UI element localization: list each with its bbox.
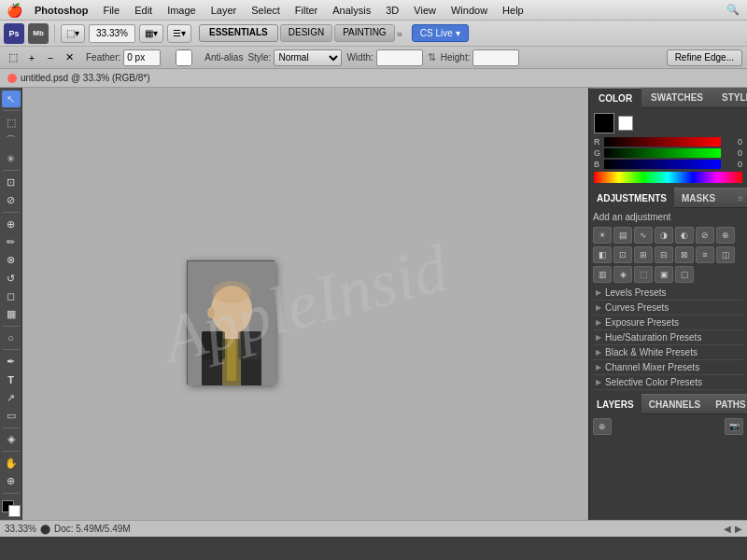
file-menu[interactable]: File — [96, 3, 126, 18]
huesat-presets-item[interactable]: ▶ Hue/Saturation Presets — [593, 330, 743, 345]
layers-camera-icon[interactable]: 📷 — [725, 418, 743, 435]
background-color[interactable] — [8, 505, 21, 517]
selective-color-btn[interactable]: ◈ — [613, 266, 632, 283]
crop-tool[interactable]: ⊡ — [2, 174, 21, 190]
extra-btn[interactable]: ☰▾ — [167, 24, 191, 43]
brightness-contrast-btn[interactable]: ☀ — [593, 227, 612, 244]
image-menu[interactable]: Image — [161, 3, 203, 18]
channel-mixer-btn[interactable]: ⊞ — [634, 246, 653, 263]
canvas-document[interactable] — [187, 260, 275, 385]
clone-stamp-tool[interactable]: ⊗ — [2, 252, 21, 269]
next-btn[interactable]: ▶ — [735, 524, 742, 534]
extra-adj-btn[interactable]: ⬚ — [634, 266, 653, 283]
edit-menu[interactable]: Edit — [128, 3, 159, 18]
levels-presets-item[interactable]: ▶ Levels Presets — [593, 286, 743, 301]
view-options-btn[interactable]: ▦▾ — [139, 24, 163, 43]
vibrance-btn[interactable]: ◐ — [675, 227, 694, 244]
gradient-map-btn[interactable]: ▥ — [593, 266, 612, 283]
arrange-btn[interactable]: ⬚▾ — [61, 24, 85, 43]
brush-tool[interactable]: ✏ — [2, 233, 21, 250]
intersect-selection-btn[interactable]: ✕ — [61, 49, 78, 66]
width-input[interactable] — [376, 49, 423, 66]
layers-icon-1[interactable]: ⊕ — [593, 418, 612, 435]
adj-panel-menu[interactable]: ≡ — [738, 193, 747, 203]
prev-btn[interactable]: ◀ — [724, 524, 731, 534]
move-tool[interactable]: ↖ — [2, 91, 21, 107]
app-name-menu[interactable]: Photoshop — [28, 3, 94, 18]
workspace-essentials[interactable]: ESSENTIALS — [199, 24, 278, 42]
photo-filter-btn[interactable]: ⊡ — [613, 246, 632, 263]
view-menu[interactable]: View — [407, 3, 443, 18]
color-tab[interactable]: COLOR — [589, 88, 641, 108]
threshold-btn[interactable]: ◫ — [716, 246, 735, 263]
workspace-more[interactable]: » — [397, 28, 402, 39]
color-spectrum[interactable] — [594, 172, 742, 183]
layers-camera-btn[interactable]: 📷 — [725, 418, 743, 435]
channels-tab[interactable]: CHANNELS — [641, 394, 709, 414]
curves-presets-item[interactable]: ▶ Curves Presets — [593, 301, 743, 315]
cs-live-btn[interactable]: CS Live ▾ — [412, 24, 469, 42]
masks-tab[interactable]: MASKS — [674, 188, 723, 208]
select-menu[interactable]: Select — [245, 3, 287, 18]
channelmixer-presets-item[interactable]: ▶ Channel Mixer Presets — [593, 360, 743, 375]
status-icon-1[interactable]: ⬤ — [40, 524, 50, 534]
hue-sat-btn[interactable]: ⊘ — [696, 227, 714, 244]
close-doc-btn[interactable] — [7, 74, 17, 83]
analysis-menu[interactable]: Analysis — [326, 3, 377, 18]
color-lookup-btn[interactable]: ⊟ — [655, 246, 673, 263]
g-slider[interactable] — [604, 148, 721, 158]
height-input[interactable] — [472, 49, 519, 66]
color-swatches[interactable] — [2, 500, 21, 517]
add-selection-btn[interactable]: + — [23, 49, 40, 66]
zoom-tool[interactable]: ⊕ — [2, 472, 21, 489]
eraser-tool[interactable]: ◻ — [2, 287, 21, 304]
gradient-tool[interactable]: ▦ — [2, 306, 21, 323]
levels-btn[interactable]: ▤ — [613, 227, 632, 244]
shape-tool[interactable]: ▭ — [2, 407, 21, 424]
subtract-selection-btn[interactable]: − — [42, 49, 59, 66]
help-menu[interactable]: Help — [496, 3, 530, 18]
swatches-tab[interactable]: SWATCHES — [641, 88, 712, 108]
swap-btn[interactable]: ⇅ — [428, 51, 436, 63]
hand-tool[interactable]: ✋ — [2, 455, 21, 471]
exposure-btn[interactable]: ◑ — [655, 227, 673, 244]
layer-menu[interactable]: Layer — [204, 3, 244, 18]
filter-menu[interactable]: Filter — [289, 3, 324, 18]
extra-adj-btn3[interactable]: ▢ — [675, 266, 694, 283]
invert-btn[interactable]: ⊠ — [675, 246, 694, 263]
r-slider[interactable] — [604, 137, 721, 147]
fg-swatch[interactable] — [594, 113, 614, 133]
selcolor-presets-item[interactable]: ▶ Selective Color Presets — [593, 375, 743, 390]
workspace-design[interactable]: DESIGN — [280, 24, 332, 42]
adjustments-tab[interactable]: ADJUSTMENTS — [589, 188, 674, 208]
color-balance-btn[interactable]: ⊕ — [716, 227, 735, 244]
curves-btn[interactable]: ∿ — [634, 227, 653, 244]
path-select-tool[interactable]: ↗ — [2, 389, 21, 406]
bg-swatch[interactable] — [618, 116, 633, 131]
feather-input[interactable] — [123, 49, 161, 66]
bw-presets-item[interactable]: ▶ Black & White Presets — [593, 345, 743, 360]
anti-alias-checkbox[interactable] — [165, 49, 203, 66]
b-slider[interactable] — [604, 160, 721, 169]
3d-tool[interactable]: ◈ — [2, 431, 21, 448]
workspace-painting[interactable]: PAINTING — [334, 24, 394, 42]
layers-tab[interactable]: LAYERS — [589, 394, 641, 414]
lasso-tool[interactable]: ⌒ — [2, 133, 21, 149]
style-select[interactable]: Normal Fixed Ratio Fixed Size — [274, 49, 342, 66]
doc-tab-label[interactable]: untitled.psd @ 33.3% (RGB/8*) — [21, 73, 150, 83]
styles-tab[interactable]: STYLES — [712, 88, 747, 108]
dodge-tool[interactable]: ○ — [2, 329, 21, 346]
healing-tool[interactable]: ⊕ — [2, 216, 21, 232]
extra-adj-btn2[interactable]: ▣ — [655, 266, 673, 283]
magic-wand-tool[interactable]: ✳ — [2, 150, 21, 167]
eyedropper-tool[interactable]: ⊘ — [2, 192, 21, 209]
bw-btn[interactable]: ◧ — [593, 246, 612, 263]
new-selection-btn[interactable]: ⬚ — [5, 49, 21, 66]
posterize-btn[interactable]: ≡ — [696, 246, 714, 263]
pen-tool[interactable]: ✒ — [2, 353, 21, 370]
apple-menu[interactable]: 🍎 — [0, 3, 28, 18]
exposure-presets-item[interactable]: ▶ Exposure Presets — [593, 315, 743, 330]
history-brush-tool[interactable]: ↺ — [2, 270, 21, 287]
canvas-area[interactable]: AppleInsid — [22, 88, 588, 520]
refine-edge-button[interactable]: Refine Edge... — [667, 49, 742, 66]
